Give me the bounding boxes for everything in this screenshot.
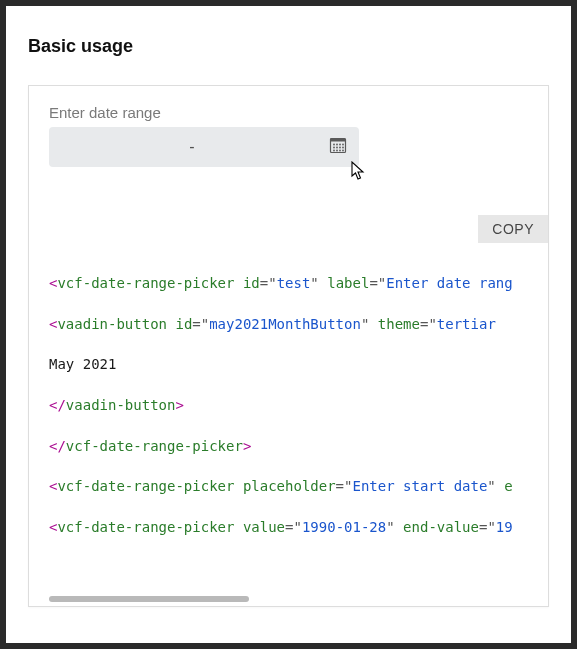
svg-point-13 — [342, 150, 344, 152]
mouse-cursor-icon — [351, 161, 367, 185]
svg-point-2 — [333, 144, 335, 146]
svg-point-12 — [339, 150, 341, 152]
svg-point-4 — [339, 144, 341, 146]
svg-point-6 — [333, 147, 335, 149]
svg-point-3 — [336, 144, 338, 146]
date-range-input[interactable]: - — [49, 127, 359, 167]
svg-point-10 — [333, 150, 335, 152]
example-card: Enter date range - — [28, 85, 549, 607]
page-title: Basic usage — [28, 36, 549, 57]
copy-button[interactable]: COPY — [478, 215, 548, 243]
calendar-icon[interactable] — [329, 136, 347, 158]
horizontal-scrollbar[interactable] — [49, 596, 249, 602]
svg-point-9 — [342, 147, 344, 149]
svg-rect-1 — [331, 139, 346, 142]
svg-point-11 — [336, 150, 338, 152]
svg-point-8 — [339, 147, 341, 149]
svg-point-7 — [336, 147, 338, 149]
svg-point-5 — [342, 144, 344, 146]
code-snippet: <vcf-date-range-picker id="test" label="… — [29, 243, 548, 596]
date-range-value: - — [59, 138, 349, 156]
date-range-label: Enter date range — [49, 104, 528, 121]
